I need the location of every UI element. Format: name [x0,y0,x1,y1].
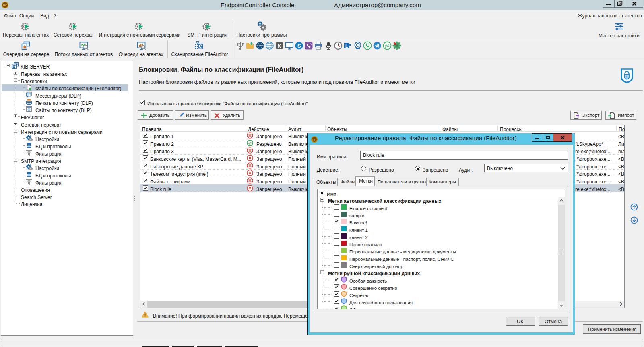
svg-text:HTTP: HTTP [257,44,263,47]
svg-text:S: S [297,43,301,49]
svg-text:@: @ [384,43,389,49]
svg-text:L: L [345,44,348,48]
svg-text:K: K [278,44,281,48]
